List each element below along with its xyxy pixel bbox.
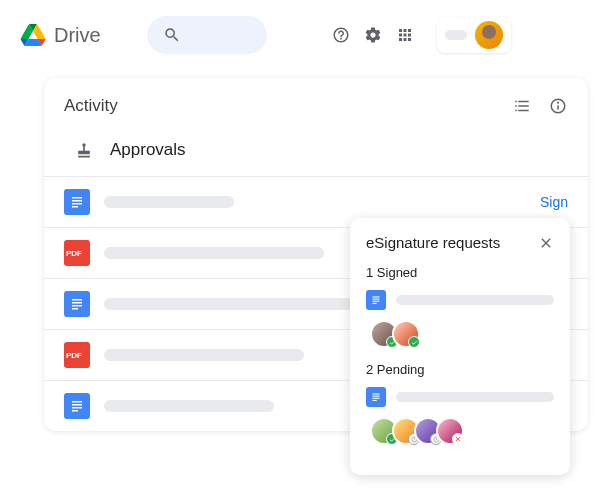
- esignature-doc-row[interactable]: [366, 290, 554, 310]
- approvals-section: Approvals: [44, 128, 588, 176]
- product-name: Drive: [54, 24, 101, 47]
- svg-rect-11: [72, 308, 78, 310]
- list-view-icon[interactable]: [512, 96, 532, 116]
- app-header: Drive: [0, 0, 608, 70]
- svg-text:PDF: PDF: [66, 249, 82, 258]
- info-icon[interactable]: [548, 96, 568, 116]
- signer-avatars: [366, 320, 554, 348]
- svg-rect-14: [72, 404, 82, 406]
- header-actions: [331, 17, 511, 53]
- svg-rect-18: [372, 299, 379, 300]
- approvals-label: Approvals: [110, 140, 186, 160]
- svg-rect-22: [372, 396, 379, 397]
- esignature-header: eSignature requests: [366, 234, 554, 251]
- doc-icon: [64, 291, 90, 317]
- file-name-placeholder: [104, 196, 234, 208]
- search-icon: [163, 26, 181, 44]
- signed-label: 1 Signed: [366, 265, 554, 280]
- signer-avatar[interactable]: [392, 320, 420, 348]
- help-icon[interactable]: [331, 25, 351, 45]
- svg-rect-9: [72, 302, 82, 304]
- doc-icon: [64, 189, 90, 215]
- signer-avatars: [366, 417, 554, 445]
- file-name-placeholder: [104, 247, 324, 259]
- file-name-placeholder: [104, 349, 304, 361]
- svg-rect-8: [72, 299, 82, 301]
- doc-name-placeholder: [396, 295, 554, 305]
- search-bar[interactable]: [147, 16, 267, 54]
- stamp-icon: [74, 140, 94, 160]
- user-avatar: [475, 21, 503, 49]
- svg-point-2: [558, 102, 559, 103]
- svg-rect-17: [372, 296, 379, 297]
- profile-placeholder: [445, 30, 467, 40]
- svg-rect-5: [72, 203, 82, 205]
- svg-rect-10: [72, 305, 82, 307]
- doc-icon: [366, 387, 386, 407]
- doc-icon: [366, 290, 386, 310]
- svg-rect-4: [72, 200, 82, 202]
- svg-rect-16: [72, 410, 78, 412]
- esignature-panel: eSignature requests 1 Signed 2 Pending: [350, 218, 570, 475]
- profile-badge[interactable]: [437, 17, 511, 53]
- svg-rect-6: [72, 206, 78, 208]
- svg-rect-19: [372, 301, 379, 302]
- svg-rect-20: [372, 303, 376, 304]
- svg-rect-24: [372, 400, 376, 401]
- activity-header: Activity: [44, 96, 588, 128]
- file-name-placeholder: [104, 298, 354, 310]
- doc-icon: [64, 393, 90, 419]
- esignature-title: eSignature requests: [366, 234, 500, 251]
- status-decline-icon: [452, 433, 464, 445]
- svg-rect-21: [372, 393, 379, 394]
- status-check-icon: [408, 336, 420, 348]
- close-icon[interactable]: [538, 235, 554, 251]
- svg-rect-13: [72, 401, 82, 403]
- activity-controls: [512, 96, 568, 116]
- settings-icon[interactable]: [363, 25, 383, 45]
- doc-name-placeholder: [396, 392, 554, 402]
- drive-logo-icon: [20, 24, 46, 46]
- activity-title: Activity: [64, 96, 118, 116]
- signer-avatar[interactable]: [436, 417, 464, 445]
- pending-label: 2 Pending: [366, 362, 554, 377]
- drive-logo[interactable]: Drive: [20, 24, 101, 47]
- svg-rect-23: [372, 398, 379, 399]
- svg-rect-15: [72, 407, 82, 409]
- apps-icon[interactable]: [395, 25, 415, 45]
- file-name-placeholder: [104, 400, 274, 412]
- svg-rect-3: [72, 197, 82, 199]
- svg-text:PDF: PDF: [66, 351, 82, 360]
- pdf-icon: PDF: [64, 240, 90, 266]
- sign-link[interactable]: Sign: [540, 194, 568, 210]
- pdf-icon: PDF: [64, 342, 90, 368]
- esignature-doc-row[interactable]: [366, 387, 554, 407]
